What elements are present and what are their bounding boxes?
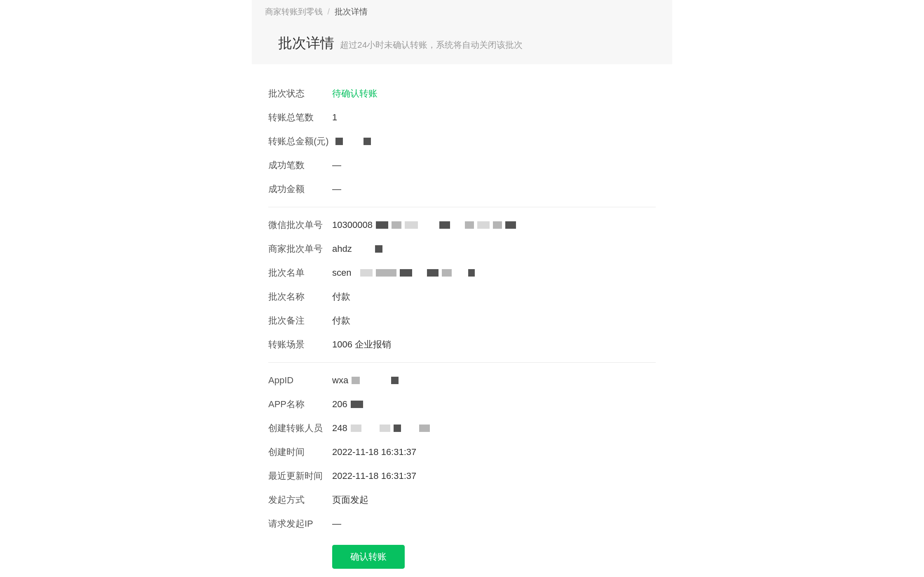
detail-row: APP名称206 <box>268 392 656 416</box>
detail-row: 转账总笔数1 <box>268 106 656 129</box>
redacted-block <box>405 221 418 229</box>
detail-label: 批次备注 <box>268 314 332 327</box>
redacted-block <box>391 377 399 384</box>
detail-label: 转账总金额(元) <box>268 135 332 148</box>
detail-row: 商家批次单号ahdz <box>268 237 656 261</box>
detail-value: wxa <box>332 375 399 386</box>
breadcrumb-separator: / <box>328 7 330 16</box>
detail-value: 1006 企业报销 <box>332 338 391 351</box>
detail-value-text: — <box>332 160 341 171</box>
detail-row: 转账总金额(元) <box>268 129 656 153</box>
detail-value-text: 付款 <box>332 314 350 327</box>
detail-value: 付款 <box>332 314 350 327</box>
detail-value: 10300008 <box>332 220 516 230</box>
detail-label: 批次状态 <box>268 87 332 100</box>
detail-label: 批次名单 <box>268 267 332 279</box>
detail-value: ahdz <box>332 244 382 254</box>
detail-value-text: 2022-11-18 16:31:37 <box>332 447 416 457</box>
redacted-block <box>439 221 450 229</box>
redacted-block <box>442 269 452 277</box>
detail-row: 成功金额— <box>268 177 656 201</box>
redacted-block <box>400 269 412 277</box>
title-row: 批次详情 超过24小时未确认转账，系统将自动关闭该批次 <box>265 17 659 64</box>
detail-row: 成功笔数— <box>268 153 656 177</box>
detail-value: — <box>332 160 341 171</box>
detail-row: 批次备注付款 <box>268 309 656 333</box>
redacted-block <box>394 425 401 432</box>
detail-row: 批次名称付款 <box>268 285 656 309</box>
redacted-block <box>351 401 363 408</box>
redacted-block <box>505 221 516 229</box>
redacted-block <box>392 221 401 229</box>
detail-value-text: ahdz <box>332 244 352 254</box>
redacted-block <box>477 221 490 229</box>
detail-row: AppIDwxa <box>268 368 656 392</box>
redacted-block <box>427 269 439 277</box>
detail-label: APP名称 <box>268 398 332 410</box>
redacted-block <box>364 138 371 145</box>
detail-value-text: 248 <box>332 423 347 434</box>
breadcrumb-current: 批次详情 <box>335 7 368 16</box>
detail-value-text: 页面发起 <box>332 494 368 506</box>
redacted-block <box>335 138 343 145</box>
detail-row: 批次状态待确认转账 <box>268 82 656 106</box>
detail-row: 发起方式页面发起 <box>268 488 656 512</box>
detail-value: 2022-11-18 16:31:37 <box>332 447 416 457</box>
detail-label: 创建时间 <box>268 446 332 458</box>
detail-value: 页面发起 <box>332 494 368 506</box>
detail-label: 发起方式 <box>268 494 332 506</box>
detail-value: 付款 <box>332 291 350 303</box>
detail-label: 请求发起IP <box>268 518 332 530</box>
detail-label: 成功笔数 <box>268 159 332 171</box>
detail-row: 请求发起IP— <box>268 512 656 536</box>
redacted-block <box>375 245 382 253</box>
detail-value-text: 206 <box>332 399 347 410</box>
detail-value: — <box>332 518 341 529</box>
detail-value-text: — <box>332 518 341 529</box>
detail-value <box>332 138 371 145</box>
redacted-block <box>360 269 373 277</box>
detail-label: 转账总笔数 <box>268 111 332 124</box>
detail-value-text: wxa <box>332 375 348 386</box>
detail-label: AppID <box>268 375 332 386</box>
detail-label: 微信批次单号 <box>268 219 332 231</box>
detail-value-text: — <box>332 184 341 195</box>
breadcrumb-area: 商家转账到零钱 / 批次详情 批次详情 超过24小时未确认转账，系统将自动关闭该… <box>252 0 672 64</box>
page-subtitle: 超过24小时未确认转账，系统将自动关闭该批次 <box>340 39 523 51</box>
section-divider <box>268 362 656 363</box>
section-divider <box>268 207 656 207</box>
detail-value-text: 1006 企业报销 <box>332 338 391 351</box>
redacted-block <box>468 269 475 277</box>
detail-value-text: 待确认转账 <box>332 87 378 100</box>
detail-label: 成功金额 <box>268 183 332 195</box>
detail-card: 批次状态待确认转账转账总笔数1转账总金额(元)成功笔数—成功金额—微信批次单号1… <box>252 64 672 577</box>
detail-value: 待确认转账 <box>332 87 378 100</box>
redacted-block <box>465 221 474 229</box>
redacted-block <box>419 425 430 432</box>
redacted-block <box>376 221 388 229</box>
detail-value: 1 <box>332 112 337 123</box>
detail-value: 206 <box>332 399 363 410</box>
redacted-block <box>352 377 360 384</box>
confirm-transfer-button[interactable]: 确认转账 <box>332 545 405 569</box>
redacted-block <box>493 221 502 229</box>
detail-value-text: scen <box>332 267 351 278</box>
detail-label: 转账场景 <box>268 338 332 351</box>
detail-value-text: 1 <box>332 112 337 123</box>
detail-label: 最近更新时间 <box>268 470 332 482</box>
detail-row: 创建转账人员248 <box>268 416 656 440</box>
detail-row: 转账场景1006 企业报销 <box>268 333 656 357</box>
detail-label: 创建转账人员 <box>268 422 332 434</box>
breadcrumb: 商家转账到零钱 / 批次详情 <box>265 6 659 17</box>
detail-value: 248 <box>332 423 430 434</box>
detail-label: 批次名称 <box>268 291 332 303</box>
main-container: 商家转账到零钱 / 批次详情 批次详情 超过24小时未确认转账，系统将自动关闭该… <box>252 0 672 577</box>
breadcrumb-parent[interactable]: 商家转账到零钱 <box>265 7 323 16</box>
detail-value: 2022-11-18 16:31:37 <box>332 471 416 481</box>
redacted-block <box>351 425 361 432</box>
detail-row: 批次名单scen <box>268 261 656 285</box>
page-title: 批次详情 <box>278 34 334 53</box>
redacted-block <box>380 425 390 432</box>
detail-row: 创建时间2022-11-18 16:31:37 <box>268 440 656 464</box>
detail-value-text: 2022-11-18 16:31:37 <box>332 471 416 481</box>
